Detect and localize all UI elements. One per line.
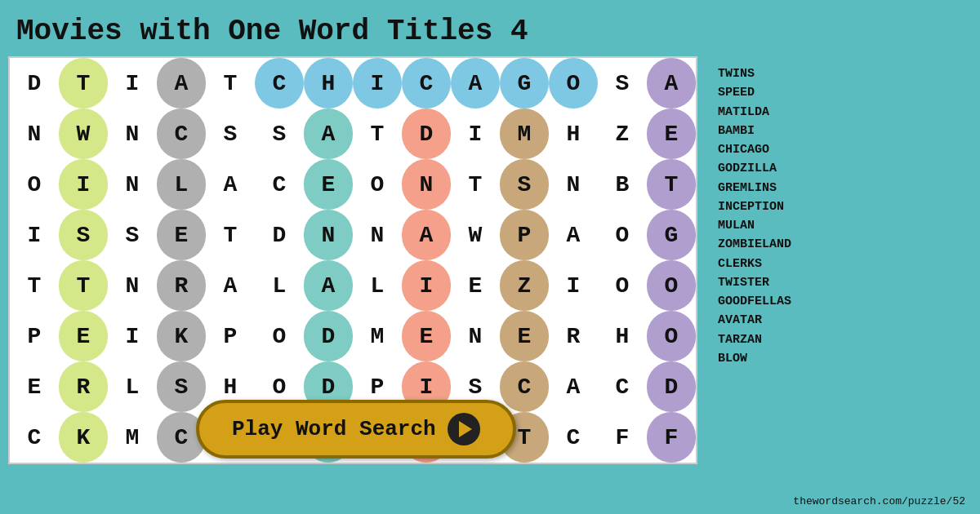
grid-cell: N — [451, 311, 500, 361]
grid-cell: C — [598, 361, 647, 412]
grid-cell: L — [353, 260, 402, 311]
grid-cell: T — [206, 58, 255, 109]
word-list-item: BLOW — [718, 349, 808, 368]
grid-cell: T — [353, 109, 402, 159]
grid-cell: W — [59, 109, 108, 159]
grid-cell: E — [157, 210, 206, 260]
grid-cell: R — [549, 311, 598, 361]
grid-cell: A — [304, 260, 353, 311]
play-button-label: Play Word Search — [232, 417, 436, 441]
grid-cell: S — [500, 159, 549, 210]
grid-cell: C — [157, 109, 206, 159]
word-list-item: CHICAGO — [718, 140, 808, 159]
grid-cell: N — [353, 210, 402, 260]
grid-cell: I — [108, 311, 157, 361]
grid-cell: P — [206, 311, 255, 361]
grid-cell: I — [59, 159, 108, 210]
word-list-item: SPEED — [718, 83, 808, 102]
grid-cell: O — [647, 311, 696, 361]
grid-cell: Z — [598, 109, 647, 159]
word-list-item: CLERKS — [718, 255, 808, 273]
grid-cell: G — [500, 58, 549, 109]
grid-cell: D — [10, 58, 59, 109]
grid-cell: C — [549, 412, 598, 463]
grid-cell: N — [402, 159, 451, 210]
grid-cell: M — [353, 311, 402, 361]
grid-cell: S — [206, 109, 255, 159]
grid-cell: O — [598, 210, 647, 260]
grid-cell: O — [647, 260, 696, 311]
grid-cell: C — [10, 412, 59, 463]
grid-cell: I — [10, 210, 59, 260]
grid-cell: E — [500, 311, 549, 361]
grid-cell: A — [549, 361, 598, 412]
grid-cell: G — [647, 210, 696, 260]
word-list-item: AVATAR — [718, 311, 808, 330]
grid-cell: S — [598, 58, 647, 109]
grid-cell: T — [59, 58, 108, 109]
play-icon — [448, 413, 480, 445]
grid-cell: D — [255, 210, 304, 260]
grid-cell: N — [304, 210, 353, 260]
grid-cell: K — [59, 412, 108, 463]
play-button-overlay: Play Word Search — [196, 400, 516, 459]
grid-cell: S — [255, 109, 304, 159]
grid-cell: D — [647, 361, 696, 412]
grid-cell: E — [647, 109, 696, 159]
grid-cell: C — [255, 159, 304, 210]
word-list-item: TARZAN — [718, 330, 808, 349]
grid-cell: C — [255, 58, 304, 109]
grid-cell: O — [598, 260, 647, 311]
grid-cell: B — [598, 159, 647, 210]
grid-cell: Z — [500, 260, 549, 311]
grid-cell: I — [108, 58, 157, 109]
grid-cell: D — [402, 109, 451, 159]
grid-cell: I — [353, 58, 402, 109]
grid-cell: H — [549, 109, 598, 159]
word-list-item: GREMLINS — [718, 179, 808, 197]
grid-cell: F — [598, 412, 647, 463]
grid-cell: A — [206, 260, 255, 311]
play-word-search-button[interactable]: Play Word Search — [196, 400, 516, 459]
grid-cell: E — [59, 311, 108, 361]
grid-cell: P — [500, 210, 549, 260]
grid-cell: T — [206, 210, 255, 260]
grid-cell: O — [549, 58, 598, 109]
grid-cell: N — [549, 159, 598, 210]
grid-cell: O — [353, 159, 402, 210]
grid-cell: W — [451, 210, 500, 260]
grid-cell: H — [598, 311, 647, 361]
grid-cell: O — [255, 311, 304, 361]
grid-cell: R — [59, 361, 108, 412]
word-list-item: TWINS — [718, 64, 808, 83]
grid-cell: I — [402, 260, 451, 311]
grid-cell: H — [304, 58, 353, 109]
word-list-item: TWISTER — [718, 273, 808, 292]
grid-cell: N — [10, 109, 59, 159]
grid-cell: P — [10, 311, 59, 361]
grid-cell: A — [157, 58, 206, 109]
grid-cell: R — [157, 260, 206, 311]
word-list-item: MULAN — [718, 216, 808, 235]
grid-cell: O — [10, 159, 59, 210]
grid-cell: A — [304, 109, 353, 159]
word-list-item: INCEPTION — [718, 197, 808, 216]
grid-cell: M — [108, 412, 157, 463]
word-list-item: ZOMBIELAND — [718, 235, 808, 254]
grid-cell: L — [157, 159, 206, 210]
word-list-item: BAMBI — [718, 122, 808, 140]
grid-cell: L — [255, 260, 304, 311]
grid-cell: E — [304, 159, 353, 210]
grid-cell: E — [402, 311, 451, 361]
grid-cell: A — [451, 58, 500, 109]
word-list-item: GODZILLA — [718, 159, 808, 178]
grid-cell: T — [59, 260, 108, 311]
grid-cell: I — [549, 260, 598, 311]
grid-cell: I — [451, 109, 500, 159]
word-list: TWINSSPEEDMATILDABAMBICHICAGOGODZILLAGRE… — [706, 56, 820, 464]
grid-cell: L — [108, 361, 157, 412]
page-title: Movies with One Word Titles 4 — [0, 0, 980, 56]
word-list-item: GOODFELLAS — [718, 292, 808, 311]
grid-cell: M — [500, 109, 549, 159]
grid-cell: T — [647, 159, 696, 210]
